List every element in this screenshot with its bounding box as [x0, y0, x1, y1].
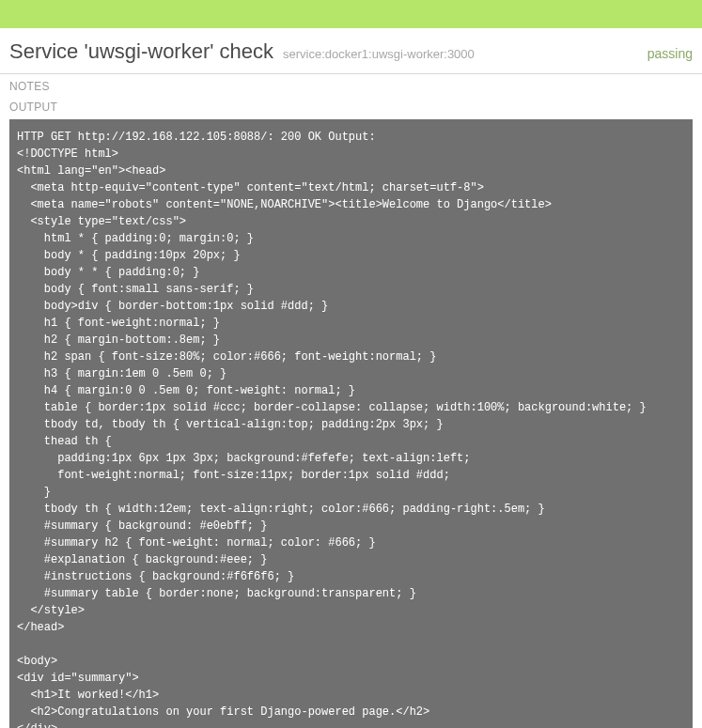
notes-section-label: NOTES — [0, 74, 702, 95]
page-header: Service 'uwsgi-worker' check service:doc… — [0, 28, 702, 74]
header-left: Service 'uwsgi-worker' check service:doc… — [9, 39, 475, 64]
status-badge: passing — [647, 46, 693, 61]
output-text[interactable]: HTTP GET http://192.168.122.105:8088/: 2… — [9, 119, 693, 728]
service-identifier: service:docker1:uwsgi-worker:3000 — [283, 47, 475, 61]
output-container: HTTP GET http://192.168.122.105:8088/: 2… — [0, 116, 702, 728]
output-section-label: OUTPUT — [0, 95, 702, 116]
top-accent-bar — [0, 0, 702, 28]
page-title: Service 'uwsgi-worker' check — [9, 39, 273, 64]
